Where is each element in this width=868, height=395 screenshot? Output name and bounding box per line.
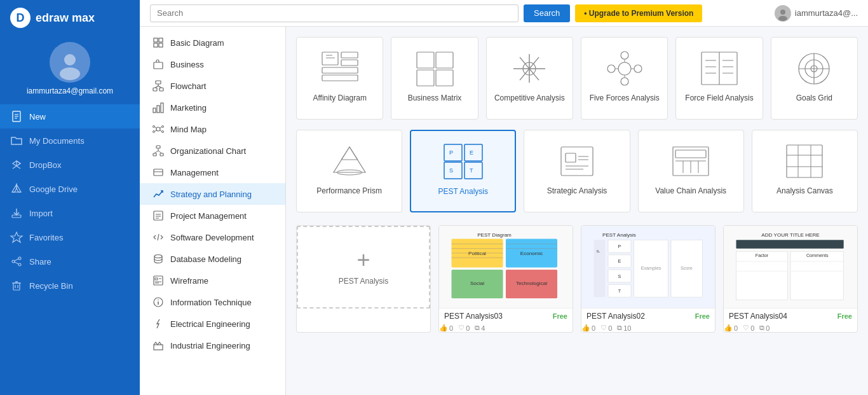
nav-label-wireframe: Wireframe bbox=[170, 276, 208, 286]
sidebar-item-import-label: Import bbox=[29, 209, 53, 218]
pest-analysis-icon-area: P E S T bbox=[443, 141, 484, 182]
svg-point-43 bbox=[162, 126, 164, 128]
svg-rect-135 bbox=[787, 145, 822, 177]
svg-line-112 bbox=[341, 147, 349, 160]
sidebar-item-my-documents[interactable]: My Documents bbox=[0, 128, 140, 153]
diagram-card-pest-analysis[interactable]: P E S T PEST Analysis bbox=[410, 130, 516, 212]
svg-rect-39 bbox=[161, 103, 163, 113]
svg-point-90 bbox=[621, 78, 628, 85]
flow-icon bbox=[153, 80, 164, 92]
svg-line-46 bbox=[155, 130, 157, 132]
nav-label-software-dev: Software Development bbox=[170, 233, 254, 242]
nav-item-project-management[interactable]: Project Management bbox=[140, 205, 285, 226]
diagram-card-force-field[interactable]: Force Field Analysis bbox=[675, 37, 763, 120]
five-forces-icon-area bbox=[604, 48, 645, 88]
svg-line-61 bbox=[158, 234, 159, 240]
star-icon bbox=[10, 231, 23, 244]
sidebar-item-new[interactable]: New bbox=[0, 104, 140, 128]
svg-rect-172 bbox=[736, 240, 844, 249]
sidebar-item-google-drive-label: Google Drive bbox=[29, 184, 78, 194]
nav-item-industrial[interactable]: Industrial Engineering bbox=[140, 335, 285, 356]
sidebar-navigation: New My Documents DropBox Google Drive bbox=[0, 104, 140, 298]
diagram-card-five-forces[interactable]: Five Forces Analysis bbox=[581, 37, 668, 120]
nav-item-basic-diagram[interactable]: Basic Diagram bbox=[140, 32, 285, 53]
nav-label-project-management: Project Management bbox=[170, 211, 247, 221]
svg-text:S: S bbox=[449, 167, 453, 174]
svg-rect-174 bbox=[790, 251, 844, 300]
nav-item-wireframe[interactable]: Wireframe bbox=[140, 270, 285, 291]
nav-item-software-dev[interactable]: Software Development bbox=[140, 226, 285, 248]
diagram-card-business-matrix[interactable]: Business Matrix bbox=[391, 37, 478, 120]
nav-item-electrical[interactable]: Electrical Engineering bbox=[140, 313, 285, 335]
svg-text:Economic: Economic bbox=[520, 251, 543, 256]
import-icon bbox=[10, 207, 23, 219]
content-area: Basic Diagram Business Flowchart Marketi… bbox=[140, 27, 868, 395]
svg-text:T: T bbox=[618, 288, 621, 294]
nav-item-flowchart[interactable]: Flowchart bbox=[140, 75, 285, 97]
search-input[interactable] bbox=[150, 4, 519, 22]
svg-text:S: S bbox=[618, 274, 621, 279]
nav-label-org-chart: Organizational Chart bbox=[170, 146, 246, 156]
nav-item-marketing[interactable]: Marketing bbox=[140, 97, 285, 118]
pest02-badge: Free bbox=[695, 312, 710, 320]
username: iammurtaza4@gmail.com bbox=[27, 87, 113, 95]
svg-point-91 bbox=[607, 65, 615, 73]
svg-rect-30 bbox=[154, 62, 163, 69]
nav-item-strategy-planning[interactable]: Strategy and Planning bbox=[140, 183, 285, 205]
svg-point-70 bbox=[158, 300, 159, 301]
nav-item-mind-map[interactable]: Mind Map bbox=[140, 118, 285, 140]
svg-point-24 bbox=[780, 10, 785, 15]
pest03-actions: 👍 0 ♡ 0 ⧉ 4 bbox=[439, 324, 573, 332]
template-card-pest03[interactable]: PEST Diagram Political Economic Social T… bbox=[438, 225, 573, 333]
diagram-card-goals-grid[interactable]: Goals Grid bbox=[771, 37, 858, 120]
sidebar-item-dropbox[interactable]: DropBox bbox=[0, 153, 140, 177]
nav-item-business[interactable]: Business bbox=[140, 53, 285, 75]
template-card-new[interactable]: + PEST Analysis bbox=[296, 225, 431, 333]
goals-grid-icon-area bbox=[794, 48, 834, 88]
svg-text:Comments: Comments bbox=[806, 253, 829, 258]
nav-label-basic-diagram: Basic Diagram bbox=[170, 38, 224, 48]
diagram-card-strategic-analysis[interactable]: Strategic Analysis bbox=[524, 130, 630, 212]
diagram-area: Affinity Diagram Business Matrix bbox=[286, 27, 868, 395]
template-card-pest04[interactable]: ADD YOUR TITLE HERE Factor Comments bbox=[723, 225, 858, 333]
diagram-card-affinity-diagram[interactable]: Affinity Diagram bbox=[296, 37, 383, 120]
upgrade-button[interactable]: • Upgrade to Premium Version bbox=[575, 4, 702, 22]
analysis-canvas-icon-area bbox=[784, 141, 825, 181]
sidebar-item-dropbox-label: DropBox bbox=[29, 160, 62, 170]
nav-item-info-technique[interactable]: Information Technique bbox=[140, 291, 285, 313]
diagram-card-value-chain[interactable]: Value Chain Analysis bbox=[638, 130, 744, 212]
business-matrix-icon-area bbox=[414, 48, 455, 88]
pest02-likes: 👍 0 bbox=[581, 324, 595, 332]
svg-text:Factor: Factor bbox=[756, 253, 769, 258]
topbar: Search • Upgrade to Premium Version iamm… bbox=[140, 0, 868, 27]
diagram-card-analysis-canvas[interactable]: Analysis Canvas bbox=[752, 130, 858, 212]
sidebar-item-recycle-bin[interactable]: Recycle Bin bbox=[0, 274, 140, 298]
template-card-pest02[interactable]: PEST Analysis P P E S T bbox=[581, 225, 715, 333]
nav-item-database[interactable]: Database Modeling bbox=[140, 248, 285, 270]
sidebar-item-google-drive[interactable]: Google Drive bbox=[0, 177, 140, 201]
diagram-card-competitive-analysis[interactable]: Competitive Analysis bbox=[486, 37, 573, 120]
nav-item-org-chart[interactable]: Organizational Chart bbox=[140, 140, 285, 162]
pest04-actions: 👍 0 ♡ 0 ⧉ 0 bbox=[724, 324, 857, 332]
database-icon bbox=[153, 253, 164, 265]
sidebar-item-share[interactable]: Share bbox=[0, 249, 140, 274]
diagram-card-performance-prism[interactable]: Performance Prism bbox=[296, 130, 402, 212]
svg-point-88 bbox=[618, 62, 631, 75]
dropbox-icon bbox=[10, 158, 23, 171]
svg-point-42 bbox=[153, 131, 155, 133]
svg-line-17 bbox=[15, 259, 18, 261]
nav-item-management[interactable]: Management bbox=[140, 162, 285, 183]
sidebar-item-favorites[interactable]: Favorites bbox=[0, 225, 140, 249]
sidebar-item-import[interactable]: Import bbox=[0, 201, 140, 225]
nav-label-mind-map: Mind Map bbox=[170, 125, 207, 134]
wireframe-icon bbox=[153, 275, 164, 286]
info-icon bbox=[153, 296, 164, 308]
org-icon bbox=[153, 145, 164, 156]
svg-rect-50 bbox=[153, 153, 156, 156]
nav-label-electrical: Electrical Engineering bbox=[170, 319, 250, 329]
svg-point-40 bbox=[156, 127, 160, 131]
svg-rect-81 bbox=[417, 70, 434, 86]
svg-point-92 bbox=[634, 65, 642, 73]
search-button[interactable]: Search bbox=[524, 4, 570, 22]
svg-rect-177 bbox=[790, 261, 844, 262]
